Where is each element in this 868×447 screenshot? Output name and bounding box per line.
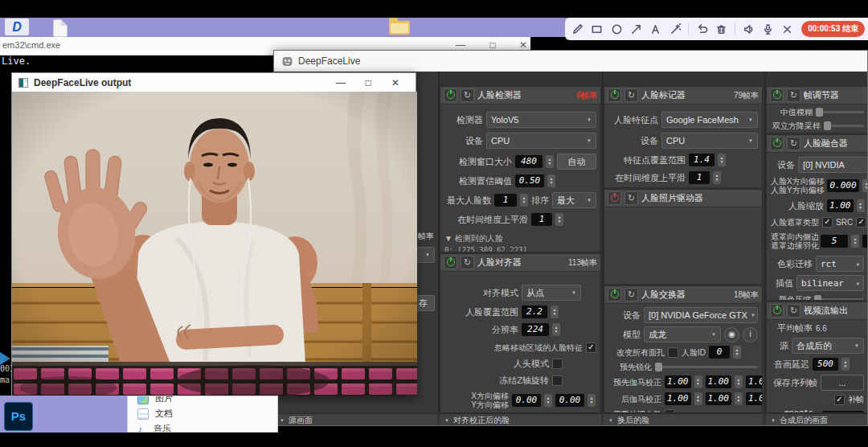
auto-button[interactable]: 自动 [557, 154, 596, 170]
swapper-power-button[interactable] [608, 288, 621, 301]
mask-erode-value[interactable]: 5 [821, 235, 848, 248]
effects-wand-icon[interactable] [666, 20, 684, 38]
pre-gamma-r-spinner[interactable] [694, 375, 702, 388]
menu-item-pictures[interactable]: 图片 [128, 396, 277, 406]
marker-power-button[interactable] [608, 88, 621, 102]
dfl-titlebar[interactable]: DeepFaceLive [274, 51, 867, 72]
marker-smooth-value[interactable]: 1 [689, 171, 710, 184]
section-source-frame[interactable]: 源画面 [275, 413, 437, 426]
detector-device-dropdown[interactable]: CPU [486, 133, 596, 149]
rectangle-icon[interactable] [588, 20, 605, 38]
offset-y-spinner[interactable] [588, 394, 596, 407]
ellipse-icon[interactable] [608, 20, 625, 38]
face-id-value[interactable]: 0 [709, 346, 730, 359]
window-size-spinner[interactable] [546, 155, 554, 168]
merger-offset-value[interactable]: 0.000 [827, 179, 859, 192]
save-seq-button[interactable]: ... [821, 375, 864, 391]
cmd-close-button[interactable]: ✕ [511, 39, 535, 51]
interp-dropdown[interactable]: bilinear [796, 275, 864, 291]
detector-power-button[interactable] [444, 88, 457, 102]
marker-device-dropdown[interactable]: CPU [661, 133, 758, 149]
swap-all-checkbox[interactable] [668, 347, 678, 358]
section-aligned-face[interactable]: 对齐校正后的脸 [440, 413, 601, 426]
smooth-value[interactable]: 1 [531, 213, 552, 226]
cmd-minimize-button[interactable]: — [448, 39, 473, 51]
face-scale-value[interactable]: 1.00 [827, 199, 854, 212]
sort-dropdown[interactable]: 最大 [552, 192, 596, 208]
aligner-power-button[interactable] [444, 256, 457, 269]
post-gamma-b[interactable]: 1.00 [746, 392, 763, 405]
section-merged-frame[interactable]: 合成后的画面 [766, 413, 868, 426]
marker-coverage-spinner[interactable] [718, 154, 726, 166]
offset-y-value[interactable]: 0.00 [555, 394, 584, 407]
ignore-checkbox[interactable] [586, 342, 596, 353]
sharpen-slider[interactable] [655, 366, 758, 368]
undo-icon[interactable] [693, 20, 710, 38]
offset-x-spinner[interactable] [544, 394, 552, 407]
marker-coverage-value[interactable]: 1.4 [689, 154, 714, 166]
photoshop-taskbar-icon[interactable]: Ps [4, 402, 33, 431]
adjuster-power-button[interactable] [770, 88, 784, 102]
post-gamma-g[interactable]: 1.00 [706, 392, 732, 405]
resolution-value[interactable]: 224 [522, 323, 549, 336]
menu-item-music[interactable]: ♪ 音乐 [128, 421, 277, 433]
output-titlebar[interactable]: DeepFaceLive output — □ ✕ [12, 73, 416, 92]
preview-eye-icon[interactable]: ◉ [724, 327, 739, 342]
offset-x-value[interactable]: 0.00 [512, 394, 541, 407]
folder-icon[interactable] [389, 21, 410, 35]
merger-power-button[interactable] [770, 137, 784, 150]
coverage-value[interactable]: 2.2 [522, 306, 547, 318]
aligner-reset-icon[interactable]: ↻ [461, 256, 474, 269]
median-blur-slider[interactable] [816, 111, 864, 113]
trash-icon[interactable] [713, 20, 731, 38]
stream-reset-icon[interactable]: ↻ [787, 304, 800, 318]
downsample-slider[interactable] [824, 125, 864, 127]
output-maximize-button[interactable]: □ [354, 77, 382, 88]
face-scale-spinner[interactable] [857, 199, 865, 212]
resolution-spinner[interactable] [552, 323, 560, 336]
mask-erode-spinner[interactable] [851, 235, 859, 248]
text-tool-icon[interactable] [647, 20, 665, 38]
marker-smooth-spinner[interactable] [713, 171, 721, 184]
microphone-icon[interactable] [759, 20, 776, 38]
detected-faces-toggle[interactable]: ▼ 检测到的人脸 [444, 233, 503, 244]
head-mode-checkbox[interactable] [552, 359, 563, 369]
detector-model-dropdown[interactable]: YoloV5 [486, 112, 596, 128]
mask-blur-value[interactable] [862, 235, 868, 248]
merger-reset-icon[interactable]: ↻ [787, 137, 800, 150]
pencil-icon[interactable] [568, 20, 586, 38]
marker-reset-icon[interactable]: ↻ [624, 88, 638, 102]
output-close-button[interactable]: ✕ [382, 77, 409, 88]
merger-offset-spinner[interactable] [862, 179, 868, 192]
speaker-icon[interactable] [739, 20, 757, 38]
recorder-close-icon[interactable] [779, 20, 796, 38]
stream-power-button[interactable] [770, 304, 784, 318]
freeze-checkbox[interactable] [552, 375, 563, 386]
threshold-spinner[interactable] [547, 174, 555, 187]
app-logo-icon[interactable]: D [5, 18, 29, 35]
arrow-icon[interactable] [627, 20, 645, 38]
window-size-value[interactable]: 480 [515, 155, 542, 168]
delay-spinner[interactable] [841, 358, 850, 371]
pre-gamma-g[interactable]: 1.00 [706, 375, 732, 388]
coverage-spinner[interactable] [551, 306, 559, 318]
model-dropdown[interactable]: 成龙 [644, 326, 721, 342]
face-id-spinner[interactable] [733, 346, 741, 359]
model-info-icon[interactable]: i [743, 327, 758, 342]
max-faces-value[interactable]: 1 [494, 194, 517, 207]
pre-gamma-g-spinner[interactable] [735, 375, 743, 388]
frame-interp-checkbox[interactable] [834, 395, 845, 405]
align-mode-dropdown[interactable]: 从点 [522, 285, 581, 301]
swapper-device-dropdown[interactable]: [0] NVIDIA GeForce GTX [644, 307, 758, 323]
detector-reset-icon[interactable]: ↻ [461, 88, 474, 102]
threshold-value[interactable]: 0.50 [515, 174, 544, 187]
compress-slider[interactable] [814, 298, 864, 301]
pre-gamma-b[interactable]: 1.00 [746, 375, 763, 388]
merger-device-dropdown[interactable]: [0] NVIDIA [798, 157, 868, 173]
post-gamma-g-spinner[interactable] [735, 392, 743, 405]
pre-gamma-r[interactable]: 1.00 [665, 375, 691, 388]
swapper-reset-icon[interactable]: ↻ [624, 288, 638, 301]
document-icon[interactable] [53, 19, 68, 37]
animator-power-button[interactable] [608, 191, 621, 205]
max-faces-spinner[interactable] [520, 194, 528, 207]
